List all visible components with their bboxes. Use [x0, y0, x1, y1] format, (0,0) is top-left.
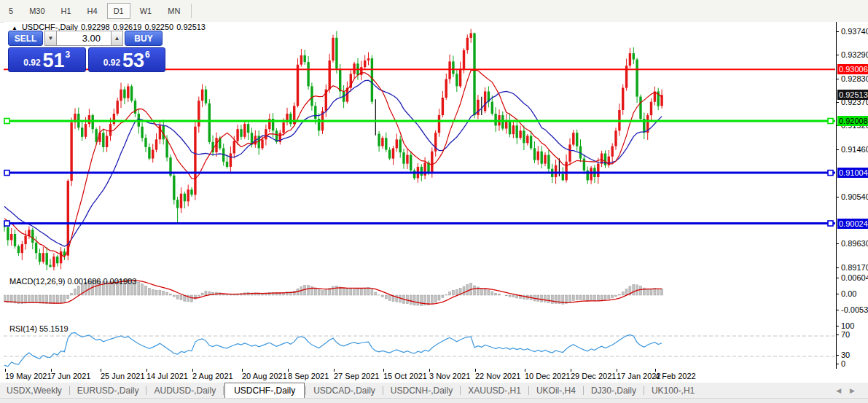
price-scale[interactable]: 0.937400.932900.928300.923700.919200.914… [837, 22, 868, 369]
tab-scroll-right-icon[interactable]: ▶ [850, 387, 864, 394]
chart-tab-usdchf-daily[interactable]: USDCHF-,Daily [224, 383, 305, 398]
rsi-scale-label: 70 [841, 330, 850, 339]
macd-value-main: 0.001686 [67, 277, 101, 286]
date-label: 17 Jan 2022 [617, 372, 661, 380]
price-badge-0.93006: 0.93006 [837, 64, 868, 74]
tab-separator [305, 386, 306, 395]
macd-scale-label: 0.00 [841, 289, 856, 298]
buy-button[interactable]: BUY [125, 31, 163, 46]
date-label: 15 Oct 2021 [383, 372, 427, 380]
price-tick-label: 0.91460 [841, 145, 868, 154]
rsi-scale-label: 0 [841, 359, 845, 368]
sell-price-box[interactable]: 0.92 51 3 [8, 47, 86, 72]
sell-price-small: 0.92 [23, 58, 40, 68]
macd-scale-tick [836, 294, 839, 294]
macd-label-row: MACD(12,26,9) 0.001686 0.001903 [9, 277, 136, 286]
volume-decrease-button[interactable]: ▼ [44, 31, 57, 46]
sell-button[interactable]: SELL [8, 31, 43, 46]
chart-tab-bar: USDX,WeeklyEURUSD-,DailyAUDUSD-,DailyUSD… [0, 383, 868, 398]
ohlc-close: 0.92513 [176, 23, 206, 31]
rsi-value: 55.1519 [39, 324, 69, 333]
chart-tab-uk100-h1[interactable]: UK100-,H1 [645, 383, 701, 398]
price-tick [836, 31, 839, 32]
chart-tab-ukoil-h4[interactable]: UKOil-,H4 [530, 383, 582, 398]
rsi-scale-tick [836, 334, 839, 335]
chart-tab-usdcnh-daily[interactable]: USDCNH-,Daily [384, 383, 459, 398]
price-tick-label: 0.89630 [841, 239, 868, 248]
macd-scale-label: -0.005383 [841, 305, 868, 314]
timeframe-button-5[interactable]: 5 [2, 3, 20, 19]
sell-price-big: 51 [43, 51, 65, 70]
price-tick [836, 149, 839, 150]
toolbar-separator [191, 4, 192, 18]
date-label: 3 Nov 2021 [429, 372, 470, 380]
timeframe-button-h4[interactable]: H4 [81, 3, 104, 19]
date-label: 29 Dec 2021 [571, 372, 616, 380]
price-tick [836, 243, 839, 244]
chart-tab-usdcad-daily[interactable]: USDCAD-,Daily [307, 383, 382, 398]
timeframe-button-h1[interactable]: H1 [55, 3, 78, 19]
buy-price-big: 53 [122, 51, 144, 70]
buy-price-sup: 6 [145, 50, 150, 60]
macd-label: MACD(12,26,9) [9, 277, 65, 286]
tab-separator [69, 386, 70, 395]
date-axis[interactable]: 19 May 20217 Jun 202125 Jun 202114 Jul 2… [4, 369, 868, 382]
price-tick-label: 0.92830 [841, 74, 868, 83]
price-tick [836, 102, 839, 103]
chart-tab-xauusd-h1[interactable]: XAUUSD-,H1 [461, 383, 528, 398]
volume-input[interactable] [57, 31, 111, 46]
tab-separator [583, 386, 584, 395]
chart-tab-eurusd-daily[interactable]: EURUSD-,Daily [71, 383, 146, 398]
chart-tab-audusd-daily[interactable]: AUDUSD-,Daily [147, 383, 222, 398]
price-badge-0.91004: 0.91004 [837, 168, 868, 178]
sell-price-sup: 3 [66, 50, 71, 60]
date-label: 2 Aug 2021 [192, 372, 233, 380]
date-label: 14 Jul 2021 [146, 372, 188, 380]
tab-separator [223, 386, 224, 395]
tab-separator [383, 386, 383, 395]
rsi-scale-tick [836, 326, 839, 326]
tab-scroll-left-icon[interactable]: ◀ [836, 387, 850, 394]
chart-tab-dj30-daily[interactable]: DJ30-,Daily [584, 383, 643, 398]
price-tick-label: 0.90540 [841, 192, 868, 201]
rsi-label: RSI(14) [9, 324, 37, 333]
rsi-scale-tick [836, 364, 839, 364]
buy-price-box[interactable]: 0.92 53 6 [88, 47, 166, 72]
chart-tab-usdx-weekly[interactable]: USDX,Weekly [0, 383, 69, 398]
price-tick-label: 0.89170 [841, 263, 868, 272]
chart-canvas[interactable] [4, 22, 836, 369]
timeframe-button-d1[interactable]: D1 [107, 3, 130, 19]
timeframe-button-mn[interactable]: MN [161, 3, 187, 19]
date-label: 22 Nov 2021 [475, 372, 520, 380]
date-label: 4 Feb 2022 [655, 372, 696, 380]
date-label: 10 Dec 2021 [525, 372, 570, 380]
tab-separator [146, 386, 146, 395]
timeframe-toolbar: 5M30H1H4D1W1MN [0, 0, 868, 23]
price-tick-label: 0.93290 [841, 50, 868, 59]
price-badge-0.92008: 0.92008 [837, 116, 868, 126]
rsi-scale-label: 30 [841, 351, 850, 359]
tab-separator [460, 386, 461, 395]
trading-platform-window: 5M30H1H4D1W1MN ▲USDCHF-,Daily0.922980.92… [0, 0, 868, 403]
volume-increase-button[interactable]: ▲ [111, 31, 123, 46]
date-label: 27 Sep 2021 [334, 372, 379, 380]
chart-background [4, 22, 836, 369]
date-label: 20 Aug 2021 [242, 372, 287, 380]
one-click-trading-panel: SELL ▼ ▲ BUY 0.92 51 3 0.92 53 6 [8, 31, 165, 72]
price-badge-0.92513: 0.92513 [837, 90, 868, 100]
buy-price-small: 0.92 [103, 58, 120, 68]
tab-scroll-arrows: ◀▶ [836, 387, 864, 394]
timeframe-button-w1[interactable]: W1 [133, 3, 159, 19]
date-label: 19 May 2021 [5, 372, 52, 380]
timeframe-button-m30[interactable]: M30 [23, 3, 51, 19]
tab-separator [644, 386, 644, 395]
tab-separator [528, 386, 529, 395]
price-badge-0.90024: 0.90024 [837, 219, 868, 229]
bottom-strip [0, 398, 868, 403]
price-tick [836, 55, 839, 55]
macd-value-signal: 0.001903 [103, 277, 136, 286]
date-label: 8 Sep 2021 [288, 372, 329, 380]
macd-scale-label: 0.006045 [841, 273, 868, 282]
macd-scale-tick [836, 278, 839, 278]
macd-scale-tick [836, 310, 839, 310]
